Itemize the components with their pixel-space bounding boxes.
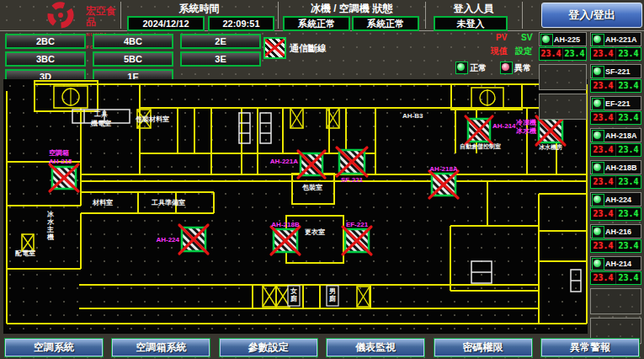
menu-button-空調箱系統[interactable]: 空調箱系統: [111, 338, 210, 357]
pv-value: 23.4: [591, 272, 616, 284]
room-label-機電室: 機電室: [90, 119, 111, 127]
pv-sv-values: 23.423.4: [590, 239, 641, 253]
svg-text:包裝材料室: 包裝材料室: [135, 115, 169, 123]
comm-fail-icon: [263, 37, 286, 59]
equipment-entry-AH-218B[interactable]: AH-218B23.423.4: [590, 160, 641, 189]
machine-status-label: 冰機 / 空調機 狀態: [278, 2, 425, 16]
floor-button-2E[interactable]: 2E: [180, 34, 261, 49]
pv-sv-values: 23.423.4: [590, 207, 641, 221]
floor-button-3E[interactable]: 3E: [180, 51, 261, 67]
ahu-unit-AH-215[interactable]: 空調箱AH-215: [49, 148, 78, 191]
sv-value: 23.4: [616, 272, 641, 284]
equipment-tag: AH-225: [554, 35, 580, 44]
svg-text:更衣室: 更衣室: [305, 228, 325, 236]
ahu-unit-AH-218A[interactable]: AH-218A: [429, 165, 458, 198]
floor-button-2BC[interactable]: 2BC: [5, 34, 86, 49]
ahu-unit-EF-221[interactable]: EF-221: [343, 221, 371, 255]
ahu-unit-CHILLER[interactable]: 冷凍機冰水機: [516, 116, 565, 145]
status-lamp-icon: [592, 226, 604, 237]
pv-cn-label: 現值: [491, 46, 508, 57]
pv-label: PV: [496, 33, 507, 42]
status-lamp-icon: [592, 34, 604, 45]
equipment-tag: AH-218B: [605, 163, 637, 172]
abnormal-label: 異常: [514, 62, 531, 74]
floor-nav: 2BC4BC2E3BC5BC3E3D1E: [5, 34, 261, 84]
pv-value: 23.4: [591, 48, 616, 60]
svg-text:男廁: 男廁: [328, 287, 336, 303]
equipment-entry-AH-218A[interactable]: AH-218A23.423.4: [590, 128, 641, 157]
clock-display: 22:09:51: [208, 16, 274, 31]
normal-lamp-icon: [455, 62, 468, 74]
svg-text:AH-B3: AH-B3: [402, 112, 423, 120]
room-label-包裝室: 包裝室: [301, 183, 322, 191]
equipment-entry-SF-221[interactable]: SF-22123.423.4: [590, 64, 641, 93]
menu-button-異常警報[interactable]: 異常警報: [540, 338, 640, 357]
svg-text:工具準備室: 工具準備室: [151, 198, 185, 206]
sv-cn-label: 設定: [515, 46, 532, 57]
menu-button-儀表監視[interactable]: 儀表監視: [326, 338, 425, 357]
equipment-tag: AH-214: [605, 260, 631, 268]
ahu-unit-SF-221[interactable]: SF-221: [337, 147, 367, 184]
room-label-AH-B3: AH-B3: [402, 112, 423, 120]
status-lamp-icon: [592, 66, 604, 77]
empty-slot: [590, 288, 641, 314]
status-lamp-icon: [592, 98, 604, 109]
ahu-unit-AH-214[interactable]: AH-214: [466, 116, 516, 144]
footer-menu: 空調系統空調箱系統參數設定儀表監視密碼權限異常警報: [0, 335, 644, 359]
equipment-entry-AH-224[interactable]: AH-22423.423.4: [590, 192, 641, 221]
pv-sv-values: 23.423.4: [590, 47, 641, 61]
stair-icon: [357, 287, 370, 307]
equipment-entry-EF-221[interactable]: EF-22123.423.4: [590, 96, 641, 125]
normal-label: 正常: [470, 62, 487, 74]
sv-value: 23.4: [616, 48, 641, 60]
svg-text:女廁: 女廁: [290, 287, 297, 303]
pv-value: 23.4: [591, 144, 616, 156]
room-label-工具準備室: 工具準備室: [151, 198, 185, 206]
room-label-材料室: 材料室: [92, 198, 113, 206]
status-lamp-icon: [592, 258, 604, 269]
ahu-unit-AH-224[interactable]: AH-224: [156, 225, 208, 254]
ahu-tag-label: AH-214: [492, 122, 516, 130]
floor-button-3BC[interactable]: 3BC: [5, 51, 86, 67]
sv-value: 23.4: [616, 208, 641, 220]
ahu-tag-label: SF-221: [341, 176, 364, 184]
ahu-tag-label: AH-218B: [271, 221, 300, 228]
menu-button-空調系統[interactable]: 空調系統: [4, 338, 104, 357]
equipment-entry-AH-225[interactable]: AH-22523.423.4: [539, 32, 587, 61]
status-lamp-icon: [592, 130, 604, 141]
svg-text:包裝室: 包裝室: [301, 183, 322, 191]
equipment-panel: AH-221A23.423.4SF-22123.423.4EF-22123.42…: [590, 32, 641, 344]
equipment-tag: AH-216: [605, 228, 631, 236]
floor-plan: 空調箱AH-215AH-221ASF-221AH-218AAH-214冷凍機冰水…: [3, 79, 588, 334]
room-label-配電室: 配電室: [15, 249, 35, 257]
pv-sv-values: 23.423.4: [590, 271, 641, 285]
room-label-自動倉儲控制室: 自動倉儲控制室: [460, 142, 501, 150]
floor-button-4BC[interactable]: 4BC: [93, 34, 173, 49]
svg-text:配電室: 配電室: [15, 249, 35, 257]
pv-sv-values: 23.423.4: [590, 143, 641, 157]
status-lamp-icon: [592, 162, 604, 173]
equipment-entry-AH-216[interactable]: AH-21623.423.4: [590, 224, 641, 253]
equipment-entry-AH-221A[interactable]: AH-221A23.423.4: [590, 32, 641, 61]
ahu-tag-label: 空調箱AH-215: [49, 148, 72, 165]
pv-sv-values: 23.423.4: [590, 79, 641, 93]
stair-icon: [263, 286, 276, 307]
sv-label: SV: [521, 33, 532, 42]
equipment-tag: EF-221: [605, 99, 631, 108]
login-logout-button[interactable]: 登入/登出: [541, 3, 642, 28]
equipment-entry-AH-214[interactable]: AH-21423.423.4: [590, 256, 641, 285]
menu-button-參數設定[interactable]: 參數設定: [219, 338, 318, 357]
abnormal-lamp-icon: [500, 62, 513, 74]
floor-button-5BC[interactable]: 5BC: [93, 51, 173, 67]
svg-text:材料室: 材料室: [92, 198, 113, 206]
room-label-男廁: 男廁: [327, 286, 338, 306]
pv-sv-values: 23.423.4: [539, 47, 587, 61]
ahu-tag-label: AH-221A: [270, 158, 299, 165]
status-lamp-icon: [592, 194, 604, 205]
pv-value: 23.4: [591, 80, 616, 92]
room-label-更衣室: 更衣室: [305, 228, 325, 236]
menu-button-密碼權限[interactable]: 密碼權限: [434, 338, 533, 357]
pv-value: 23.4: [540, 48, 563, 60]
ahu-unit-AH-218B[interactable]: AH-218B: [271, 221, 300, 255]
system-time-label: 系統時間: [120, 2, 278, 16]
